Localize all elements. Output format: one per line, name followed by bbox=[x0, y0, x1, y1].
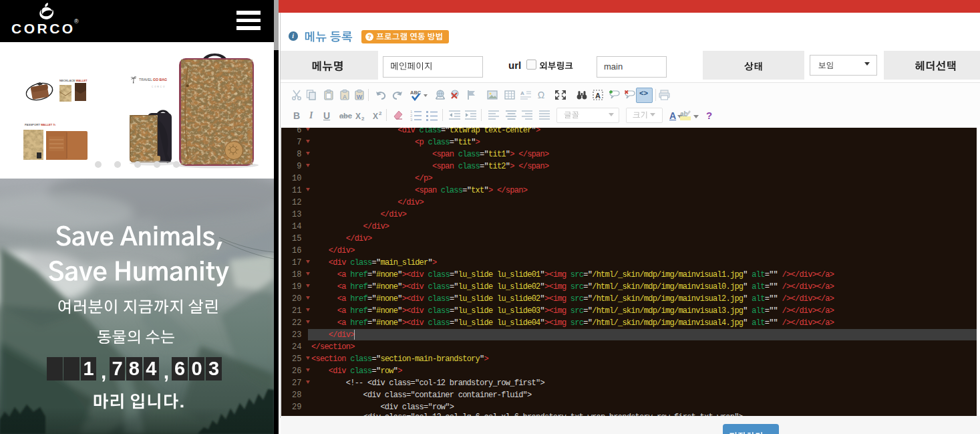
svg-text:A: A bbox=[520, 90, 524, 96]
svg-text:A: A bbox=[343, 94, 347, 100]
svg-text:Ω: Ω bbox=[538, 90, 544, 100]
svg-text:A: A bbox=[595, 92, 601, 100]
svg-text:3: 3 bbox=[410, 118, 413, 121]
svg-text:W: W bbox=[357, 94, 363, 100]
